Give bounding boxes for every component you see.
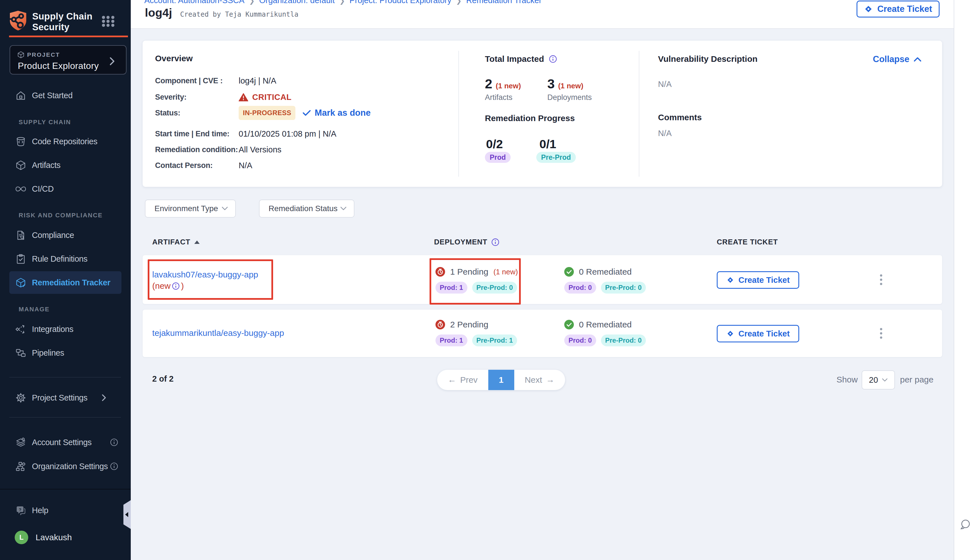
- sidebar-item-integrations[interactable]: Integrations: [9, 318, 122, 340]
- vulnerability-description-heading: Vulnerability Description: [658, 54, 757, 64]
- artifacts-cube-icon: [15, 160, 26, 170]
- impacted-artifacts-new: (1 new): [496, 82, 521, 90]
- prod-badge: Prod: 1: [435, 335, 467, 346]
- artifact-new-tag: (new ): [152, 280, 258, 292]
- sidebar-item-label: Get Started: [32, 91, 73, 100]
- sidebar-item-artifacts[interactable]: Artifacts: [9, 154, 122, 177]
- info-circle-icon[interactable]: [549, 55, 557, 63]
- impacted-deployments-new: (1 new): [558, 82, 584, 90]
- remediation-status-filter[interactable]: Remediation Status: [259, 200, 354, 218]
- support-chat-icon[interactable]: [960, 519, 971, 531]
- sidebar-item-project-settings[interactable]: Project Settings: [9, 387, 122, 409]
- row-menu-button[interactable]: [874, 270, 888, 290]
- svg-text:?: ?: [19, 507, 22, 512]
- card-divider: [458, 51, 459, 177]
- remediation-tracker-icon: [15, 277, 26, 288]
- column-header-artifact[interactable]: ARTIFACT: [152, 238, 200, 247]
- sort-ascending-icon: [194, 240, 200, 244]
- impacted-artifacts-label: Artifacts: [485, 93, 512, 102]
- page-title: log4j: [145, 6, 172, 20]
- sidebar-item-label: Account Settings: [32, 438, 92, 447]
- arrow-left-icon: ←: [448, 375, 456, 385]
- condition-value: All Versions: [239, 145, 282, 154]
- comments-heading: Comments: [658, 113, 702, 122]
- sidebar-item-organization-settings[interactable]: Organization Settings: [9, 455, 122, 478]
- sidebar-item-account-settings[interactable]: Account Settings: [9, 431, 122, 453]
- chevron-up-icon: [914, 57, 921, 62]
- create-ticket-button[interactable]: Create Ticket: [856, 0, 939, 18]
- breadcrumb-account[interactable]: Account: Automation-SSCA: [144, 0, 245, 5]
- remediated-count: 0 Remediated: [579, 320, 632, 329]
- sidebar-item-pipelines[interactable]: Pipelines: [9, 342, 122, 364]
- gear-icon: [15, 393, 26, 403]
- app-grid-icon[interactable]: [101, 15, 115, 27]
- impacted-deployments-count: 3: [547, 76, 555, 92]
- row-menu-button[interactable]: [874, 323, 888, 343]
- breadcrumb-current[interactable]: Remediation Tracker: [466, 0, 542, 5]
- collapse-left-icon: [125, 512, 128, 517]
- overview-heading: Overview: [155, 53, 193, 63]
- status-label: Status:: [155, 109, 239, 117]
- home-icon: [15, 90, 26, 101]
- sidebar-item-help[interactable]: ? Help: [9, 499, 122, 522]
- breadcrumb-project[interactable]: Project: Product Exploratory: [349, 0, 451, 5]
- user-name: Lavakush: [35, 533, 72, 542]
- sidebar-item-label: Project Settings: [32, 393, 88, 402]
- preprod-badge: Pre-Prod: [536, 152, 576, 163]
- sidebar-item-label: Organization Settings: [32, 462, 108, 471]
- sidebar-collapse-handle[interactable]: [123, 500, 131, 529]
- sidebar-item-label: Code Repositories: [32, 137, 97, 146]
- create-ticket-button[interactable]: Create Ticket: [717, 325, 799, 342]
- prev-page-button[interactable]: ← Prev: [437, 375, 488, 385]
- info-circle-icon[interactable]: [491, 238, 499, 246]
- show-label: Show: [836, 375, 858, 385]
- sidebar-item-get-started[interactable]: Get Started: [9, 84, 122, 107]
- chevron-right-icon: [102, 394, 106, 401]
- comments-value: N/A: [658, 129, 672, 138]
- next-page-button[interactable]: Next →: [514, 375, 566, 385]
- sidebar-item-rule-definitions[interactable]: Rule Definitions: [9, 248, 122, 270]
- preprod-badge: Pre-Prod: 0: [601, 335, 646, 346]
- mark-as-done-button[interactable]: Mark as done: [303, 108, 370, 118]
- sidebar-item-remediation-tracker[interactable]: Remediation Tracker: [9, 271, 122, 294]
- brand-accent-rule: [9, 35, 128, 37]
- preprod-badge: Pre-Prod: 0: [601, 282, 646, 293]
- table-row: lavakush07/easy-buggy-app (new ) 1 Pendi…: [143, 255, 942, 304]
- sidebar-item-label: Rule Definitions: [32, 254, 88, 263]
- breadcrumb-organization[interactable]: Organization: default: [259, 0, 335, 5]
- preprod-progress-value: 0/1: [539, 137, 556, 151]
- time-label: Start time | End time:: [155, 130, 239, 138]
- time-value: 01/10/2025 01:08 pm | N/A: [239, 129, 336, 138]
- sidebar-section-manage: MANAGE: [18, 306, 50, 313]
- pending-icon: [435, 320, 445, 329]
- prod-badge: Prod: 1: [435, 282, 467, 293]
- overview-card: Overview Component | CVE : log4j | N/A S…: [143, 41, 942, 187]
- user-profile[interactable]: L Lavakush: [15, 531, 72, 544]
- prod-progress-value: 0/2: [486, 137, 503, 151]
- environment-type-filter[interactable]: Environment Type: [145, 200, 236, 218]
- severity-value: CRITICAL: [252, 93, 292, 102]
- chevron-right-icon: ❯: [339, 0, 345, 5]
- sidebar: Supply Chain Security PROJECT Product Ex…: [0, 0, 131, 560]
- project-selector[interactable]: PROJECT Product Exploratory: [10, 45, 127, 75]
- artifact-link[interactable]: lavakush07/easy-buggy-app: [152, 269, 258, 280]
- column-header-deployment: DEPLOYMENT: [434, 238, 499, 247]
- sidebar-item-code-repositories[interactable]: Code Repositories: [9, 130, 122, 153]
- code-repositories-icon: [15, 136, 26, 147]
- compliance-document-icon: [15, 230, 26, 240]
- project-name: Product Exploratory: [18, 61, 119, 71]
- chevron-right-icon: ❯: [456, 0, 462, 5]
- sidebar-item-label: Compliance: [32, 231, 74, 240]
- collapse-button[interactable]: Collapse: [873, 54, 921, 64]
- arrow-right-icon: →: [546, 375, 555, 385]
- info-circle-icon[interactable]: [172, 282, 180, 290]
- current-page-button[interactable]: 1: [488, 370, 514, 390]
- prod-badge: Prod: [485, 152, 511, 163]
- artifact-link[interactable]: tejakummarikuntla/easy-buggy-app: [152, 327, 284, 339]
- contact-label: Contact Person:: [155, 161, 239, 170]
- create-ticket-button[interactable]: Create Ticket: [717, 271, 799, 289]
- sidebar-item-compliance[interactable]: Compliance: [9, 224, 122, 247]
- sidebar-item-cicd[interactable]: CI/CD: [9, 178, 122, 200]
- page-size-select[interactable]: 20: [862, 370, 895, 390]
- severity-label: Severity:: [155, 93, 239, 102]
